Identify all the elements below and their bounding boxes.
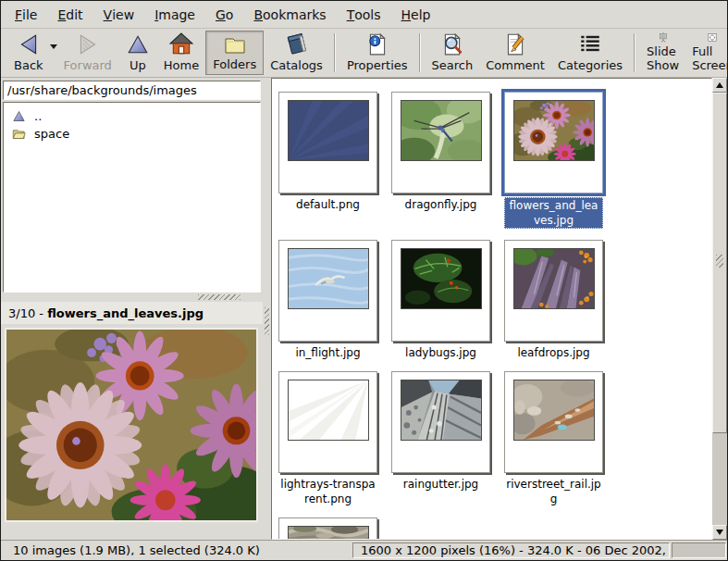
folders-button[interactable]: Folders [205,31,264,75]
progress-area [672,542,726,558]
back-button[interactable]: Back [7,31,50,75]
horizontal-pane-splitter[interactable] [1,293,263,302]
up-icon [125,32,151,56]
vertical-pane-splitter[interactable] [263,78,271,540]
categories-button[interactable]: Categories [551,31,629,75]
thumbnail-caption: flowers_and_leaves.jpg [504,197,603,229]
up-button[interactable]: Up [118,31,157,75]
catalogs-button[interactable]: Catalogs [264,31,329,75]
chevron-down-icon [50,44,57,49]
arrow-down-icon [716,530,723,535]
thumbnail-grid: default.png dragonfly.jpg flowers_and_le… [271,78,712,540]
forward-button[interactable]: Forward [57,31,118,75]
menu-image[interactable]: Image [144,1,205,28]
home-icon [168,32,194,56]
folder-item-label: .. [34,109,42,123]
thumbnail-cell-selected[interactable]: flowers_and_leaves.jpg [504,92,603,229]
main-area: .. space 3/10 - flowers_and_leaves.jpg [1,78,727,540]
menu-file[interactable]: File [5,1,47,28]
thumbnail-cell[interactable]: ladybugs.jpg [391,240,490,360]
grip-icon [265,307,269,335]
browser-pane: default.png dragonfly.jpg flowers_and_le… [271,78,727,540]
folder-item-space[interactable]: space [7,125,256,143]
thumbnail-caption: riverstreet_rail.jpg [504,477,603,506]
thumbnail-card [278,240,377,342]
menu-edit[interactable]: Edit [47,1,93,28]
up-label: Up [130,58,146,72]
menu-help[interactable]: Help [391,1,441,28]
thumbnail-card [504,371,603,473]
categories-label: Categories [558,58,623,72]
scrollbar-thumb[interactable] [712,93,727,433]
vertical-scrollbar[interactable] [712,78,727,540]
thumbnail-cell[interactable] [278,517,377,540]
thumbnail-caption: leafdrops.jpg [517,345,589,360]
thumbnail-cell[interactable]: raingutter.jpg [391,371,490,506]
search-icon [439,32,465,56]
menu-tools[interactable]: Tools [337,1,391,28]
thumbnail-cell[interactable]: in_flight.jpg [278,240,377,360]
image-info-bar: 3/10 - flowers_and_leaves.jpg [1,302,263,324]
full-screen-button[interactable]: Full Screen [685,31,728,75]
properties-icon [364,32,390,56]
menu-bookmarks[interactable]: Bookmarks [243,1,336,28]
current-filename: flowers_and_leaves.jpg [47,306,204,320]
preview-pane [1,324,263,540]
image-details-text: 1600 x 1200 pixels (16%) - 324.0 K - 06 … [361,543,670,557]
folder-item-parent[interactable]: .. [7,107,256,125]
folder-tree: .. space [3,102,261,293]
arrow-up-icon [716,82,723,88]
toolbar-separator [334,33,336,72]
comment-label: Comment [486,58,545,72]
thumbnail-cell[interactable]: default.png [278,92,377,229]
scroll-up-button[interactable] [712,78,727,93]
preview-image[interactable] [5,328,258,522]
slide-show-label: Slide Show [647,44,679,72]
folders-label: Folders [213,57,256,71]
thumbnail-card [391,240,490,342]
thumbnail-cell[interactable]: leafdrops.jpg [504,240,603,360]
back-history-dropdown[interactable] [50,31,57,75]
thumbnail-caption: default.png [296,197,360,212]
full-screen-icon [699,32,725,43]
open-folder-icon [11,127,27,141]
forward-icon [75,32,101,56]
status-bar: 10 images (1.9 MB), 1 selected (324.0 K)… [1,540,727,560]
thumbnail-cell[interactable]: riverstreet_rail.jpg [504,371,603,506]
properties-button[interactable]: Properties [340,31,414,75]
thumbnail-card [504,240,603,342]
forward-label: Forward [64,58,112,72]
thumbnail-caption: raingutter.jpg [403,477,478,492]
thumbnail-card [391,92,490,193]
thumbnail-cell[interactable]: lightrays-transparent.png [278,371,377,506]
menu-go[interactable]: Go [205,1,243,28]
image-details-status: 1600 x 1200 pixels (16%) - 324.0 K - 06 … [352,542,670,558]
menu-view[interactable]: View [93,1,145,28]
toolbar-separator [634,33,635,72]
sidebar: .. space 3/10 - flowers_and_leaves.jpg [1,78,263,540]
slide-show-button[interactable]: Slide Show [640,31,685,75]
thumbnail-caption: ladybugs.jpg [405,345,476,360]
toolbar-separator [419,33,421,72]
grip-icon [716,255,723,268]
scroll-down-button[interactable] [712,525,727,540]
location-input[interactable] [3,81,261,100]
folder-item-label: space [34,127,69,141]
toolbar: Back Forward Up Home Folders Catalogs Pr… [1,29,727,78]
comment-button[interactable]: Comment [479,31,551,75]
back-label: Back [14,58,43,72]
thumbnail-caption: lightrays-transparent.png [278,477,377,506]
up-triangle-icon [11,109,27,123]
folder-icon [222,33,248,56]
thumbnail-cell[interactable]: dragonfly.jpg [391,92,490,229]
thumbnail-card [391,371,490,473]
home-button[interactable]: Home [157,31,205,75]
full-screen-label: Full Screen [692,44,728,72]
home-label: Home [164,58,199,72]
back-icon [16,32,42,56]
search-button[interactable]: Search [426,31,480,75]
book-icon [284,32,310,56]
thumbnail-card [278,92,377,193]
grip-icon [198,294,241,300]
image-position: 3/10 - [8,306,47,320]
